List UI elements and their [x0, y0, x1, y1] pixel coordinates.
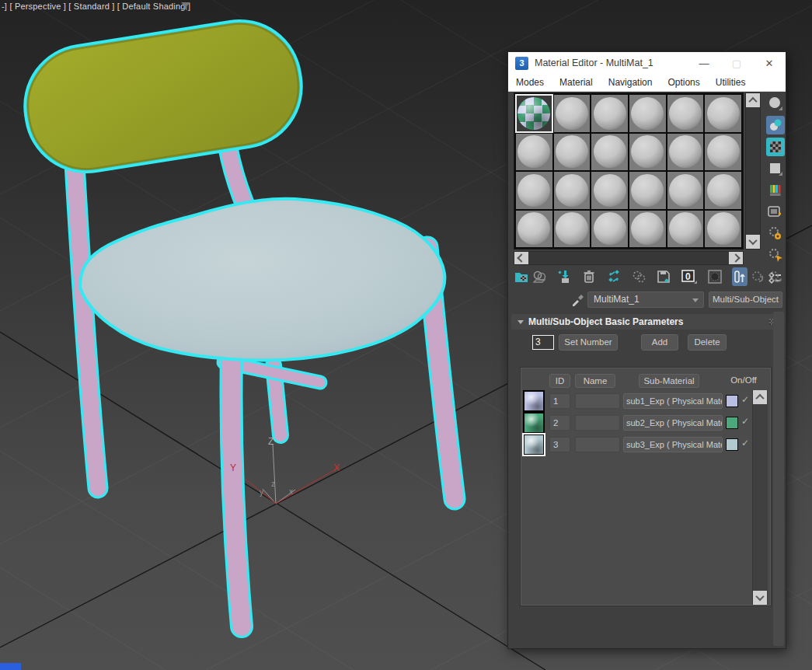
- sub1-id-field[interactable]: 1: [549, 393, 570, 409]
- sample-slot[interactable]: [629, 172, 666, 209]
- close-button[interactable]: ✕: [753, 52, 786, 74]
- make-unique-button[interactable]: [631, 267, 646, 286]
- sample-slot[interactable]: [667, 172, 704, 209]
- sub3-material-button[interactable]: sub3_Exp ( Physical Mater: [623, 437, 723, 452]
- reset-map-button[interactable]: [581, 267, 597, 286]
- eyedropper-icon[interactable]: [570, 291, 586, 307]
- checker-sphere-preview: [518, 97, 550, 130]
- sub1-preview-thumbnail[interactable]: [524, 391, 544, 411]
- menu-utilities[interactable]: Utilities: [708, 77, 754, 88]
- sub3-id-field[interactable]: 3: [549, 437, 570, 452]
- sub1-name-field[interactable]: [575, 393, 620, 409]
- color-bars-icon: [768, 183, 783, 198]
- chair-object[interactable]: [17, 12, 455, 626]
- material-type-button[interactable]: Multi/Sub-Object: [709, 291, 782, 308]
- sample-slot[interactable]: [554, 95, 591, 132]
- menu-material[interactable]: Material: [552, 77, 601, 88]
- sample-slot[interactable]: [705, 134, 741, 171]
- menu-navigation[interactable]: Navigation: [601, 77, 660, 88]
- go-to-parent-button[interactable]: [750, 267, 765, 286]
- sample-slot[interactable]: [591, 95, 628, 132]
- sample-slot-selected[interactable]: [516, 95, 552, 132]
- sub1-material-button[interactable]: sub1_Exp ( Physical Mater: [623, 393, 723, 409]
- maximize-button[interactable]: ▢: [720, 52, 753, 74]
- sample-type-sphere-button[interactable]: [766, 94, 785, 113]
- material-id-channel-button[interactable]: 0: [681, 267, 698, 286]
- sample-slot[interactable]: [591, 211, 628, 248]
- gear-icon: [767, 225, 784, 243]
- sample-slot[interactable]: [629, 95, 666, 132]
- background-button[interactable]: [766, 138, 785, 156]
- add-button[interactable]: Add: [641, 334, 678, 351]
- sample-slot[interactable]: [516, 211, 552, 248]
- sample-slot[interactable]: [516, 172, 552, 209]
- window-titlebar[interactable]: 3 Material Editor - MultiMat_1 — ▢ ✕: [508, 52, 786, 74]
- sample-slot[interactable]: [591, 134, 628, 171]
- backlight-button[interactable]: [766, 116, 785, 134]
- sample-slot[interactable]: [705, 172, 741, 209]
- make-preview-button[interactable]: [766, 203, 785, 222]
- sub1-color-swatch[interactable]: [726, 395, 738, 407]
- delete-button[interactable]: Delete: [688, 334, 727, 351]
- get-material-button[interactable]: [514, 267, 529, 286]
- palette-vertical-scrollbar[interactable]: [745, 92, 761, 250]
- sub2-preview-thumbnail[interactable]: [524, 413, 544, 433]
- sample-slot[interactable]: [705, 211, 741, 248]
- scroll-down-button[interactable]: [746, 235, 760, 249]
- options-button[interactable]: [766, 225, 785, 243]
- sub2-name-field[interactable]: [575, 415, 620, 431]
- sub3-onoff-checkbox[interactable]: ✓: [741, 438, 752, 448]
- sample-slot[interactable]: [705, 95, 741, 132]
- sample-slot[interactable]: [629, 211, 666, 248]
- funnel-icon[interactable]: [181, 2, 191, 12]
- show-end-result-button[interactable]: [732, 267, 748, 286]
- sub3-color-swatch[interactable]: [726, 438, 738, 451]
- sub2-color-swatch[interactable]: [726, 417, 738, 429]
- palette-horizontal-scrollbar[interactable]: [514, 251, 744, 265]
- sub3-preview-thumbnail[interactable]: [524, 434, 544, 455]
- set-number-button[interactable]: Set Number: [559, 334, 618, 351]
- parameters-scrollbar[interactable]: [773, 312, 784, 646]
- minimize-button[interactable]: —: [688, 52, 720, 74]
- sort-by-submaterial-button[interactable]: Sub-Material: [639, 374, 699, 388]
- show-shaded-material-in-viewport-button[interactable]: [707, 267, 723, 286]
- menu-options[interactable]: Options: [660, 77, 707, 88]
- table-scrollbar[interactable]: [752, 390, 768, 605]
- material-count-input[interactable]: 3: [532, 335, 554, 350]
- sample-slot[interactable]: [667, 95, 704, 132]
- sort-by-id-button[interactable]: ID: [549, 374, 570, 388]
- sample-slot[interactable]: [516, 134, 552, 171]
- sort-by-name-button[interactable]: Name: [575, 374, 615, 388]
- sub2-material-button[interactable]: sub2_Exp ( Physical Mater: [623, 415, 723, 431]
- sample-slot[interactable]: [554, 172, 591, 209]
- put-material-to-scene-button[interactable]: [531, 267, 547, 286]
- select-by-material-button[interactable]: [766, 246, 785, 265]
- sample-slot[interactable]: [667, 134, 704, 171]
- rollout-header[interactable]: Multi/Sub-Object Basic Parameters: [511, 314, 783, 330]
- scroll-right-button[interactable]: [729, 252, 743, 264]
- sample-uv-tiling-button[interactable]: [766, 159, 785, 178]
- sub1-onoff-checkbox[interactable]: ✓: [741, 394, 752, 405]
- sample-slot[interactable]: [591, 172, 628, 209]
- tile-icon: [768, 161, 783, 176]
- scroll-left-button[interactable]: [514, 252, 528, 264]
- video-color-check-button[interactable]: [766, 181, 785, 200]
- sample-slot[interactable]: [667, 211, 704, 248]
- sample-slot[interactable]: [554, 211, 591, 248]
- table-scroll-up-button[interactable]: [753, 390, 767, 404]
- table-scroll-down-button[interactable]: [753, 591, 767, 605]
- sub3-name-field[interactable]: [575, 437, 620, 452]
- scroll-up-button[interactable]: [746, 93, 760, 107]
- material-name-dropdown[interactable]: MultiMat_1: [587, 291, 704, 308]
- menu-modes[interactable]: Modes: [508, 77, 552, 88]
- viewport-label[interactable]: -] [ Perspective ] [ Standard ] [ Defaul…: [2, 2, 190, 11]
- put-to-library-button[interactable]: [656, 267, 671, 286]
- go-forward-to-sibling-button[interactable]: [768, 267, 783, 286]
- assign-material-to-selection-button[interactable]: [556, 267, 572, 286]
- sample-slot[interactable]: [629, 134, 666, 171]
- sub2-id-field[interactable]: 2: [549, 415, 570, 431]
- sub2-onoff-checkbox[interactable]: ✓: [741, 416, 752, 427]
- sample-slot[interactable]: [554, 134, 591, 171]
- material-toolbar: 0: [514, 267, 782, 287]
- make-material-copy-button[interactable]: [606, 267, 622, 286]
